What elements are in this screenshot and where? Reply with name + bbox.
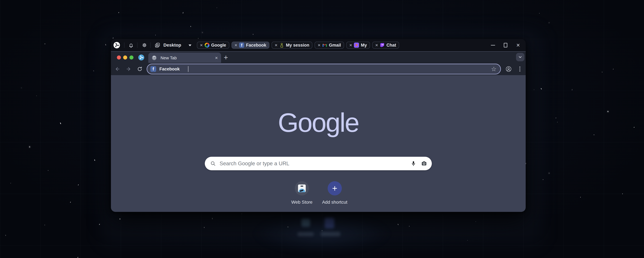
- browser-pinwheel-logo: [138, 55, 144, 60]
- app-pinwheel-logo: [114, 42, 120, 48]
- session-tab-label: Google: [211, 43, 226, 48]
- tab-close-icon[interactable]: ×: [215, 55, 218, 61]
- google-logo: Google: [111, 109, 526, 136]
- traffic-lights: [117, 52, 134, 63]
- session-tab-label: My: [361, 43, 367, 48]
- browser-toolbar: f Facebook ☆: [111, 63, 526, 75]
- session-tab-label: Chat: [386, 43, 396, 48]
- image-search-camera-icon[interactable]: [421, 161, 427, 166]
- session-tab-google[interactable]: × Google: [197, 42, 229, 49]
- close-icon[interactable]: ×: [234, 43, 238, 48]
- shortcut-label: Add shortcut: [322, 200, 347, 205]
- tab-list-chevron-button[interactable]: [516, 53, 524, 61]
- google-favicon: [205, 43, 210, 48]
- back-button[interactable]: [114, 66, 120, 72]
- ghost-add-shortcut-icon: [324, 218, 334, 228]
- traffic-minimize-button[interactable]: [123, 55, 127, 60]
- gmail-favicon: [322, 43, 327, 48]
- session-tab-label: My session: [286, 43, 310, 48]
- web-store-icon: [295, 181, 309, 195]
- titlebar-divider: [137, 42, 138, 48]
- titlebar-divider: [124, 42, 124, 48]
- close-icon[interactable]: ×: [275, 43, 278, 48]
- traffic-close-button[interactable]: [117, 55, 121, 60]
- browser-tab-new-tab[interactable]: New Tab ×: [148, 53, 221, 63]
- browser-tabstrip: New Tab × +: [111, 51, 526, 63]
- add-shortcut-button[interactable]: + Add shortcut: [320, 181, 349, 205]
- session-switcher[interactable]: Desktop: [164, 39, 181, 51]
- web-store-shortcut[interactable]: Web Store: [288, 181, 316, 205]
- person-icon: [279, 43, 284, 48]
- google-search-bar[interactable]: [205, 157, 432, 170]
- address-bar[interactable]: f Facebook ☆: [147, 64, 501, 74]
- session-tab-my-session[interactable]: × My session: [272, 42, 312, 49]
- session-tab-row: × Google × f Facebook × My session: [197, 42, 399, 49]
- close-icon[interactable]: ×: [318, 43, 320, 48]
- twitch-favicon: [380, 43, 385, 48]
- settings-gear-icon[interactable]: [142, 43, 147, 48]
- browser-session-window: Desktop × Google × f Facebook ×: [111, 39, 526, 212]
- forward-button[interactable]: [126, 66, 132, 72]
- window-close-button[interactable]: ×: [515, 42, 521, 48]
- new-tab-page: Google: [111, 75, 526, 212]
- close-icon[interactable]: ×: [349, 43, 352, 48]
- session-tab-facebook[interactable]: × f Facebook: [232, 42, 270, 49]
- session-titlebar: Desktop × Google × f Facebook ×: [111, 39, 526, 51]
- browser-menu-kebab-icon[interactable]: [518, 65, 522, 73]
- address-bar-text: Facebook: [160, 67, 180, 72]
- close-icon[interactable]: ×: [375, 43, 378, 48]
- titlebar-divider: [150, 42, 150, 48]
- browser-tab-title: New Tab: [160, 55, 215, 60]
- plus-icon: +: [328, 181, 342, 195]
- search-input[interactable]: [220, 161, 410, 167]
- chevron-down-icon[interactable]: [188, 45, 192, 46]
- session-tab-label: Facebook: [246, 43, 266, 48]
- text-cursor: [188, 66, 188, 72]
- maximize-button[interactable]: [503, 42, 508, 48]
- shortcut-label: Web Store: [291, 200, 312, 205]
- chrome-favicon: [152, 55, 157, 60]
- ghost-webstore-label: [298, 232, 314, 236]
- new-tab-button[interactable]: +: [222, 52, 230, 63]
- window-controls: ×: [490, 39, 521, 51]
- session-tab-gmail[interactable]: × Gmail: [314, 42, 344, 49]
- ghost-add-shortcut-label: [321, 232, 340, 236]
- notifications-bell-icon[interactable]: [128, 43, 134, 48]
- bookmark-star-icon[interactable]: ☆: [491, 66, 496, 72]
- minimize-button[interactable]: [490, 42, 496, 48]
- session-tab-my[interactable]: × ♥ My: [346, 42, 370, 49]
- shortcut-row: Web Store + Add shortcut: [111, 181, 526, 205]
- session-tab-chat[interactable]: × Chat: [372, 42, 399, 49]
- close-icon[interactable]: ×: [200, 43, 203, 48]
- ghost-webstore-icon: [302, 219, 310, 227]
- facebook-favicon: f: [239, 43, 244, 48]
- traffic-zoom-button[interactable]: [130, 55, 134, 60]
- chevron-down-icon: [518, 55, 522, 59]
- desktop-sessions-icon: [155, 42, 160, 48]
- desktop-stage: Desktop × Google × f Facebook ×: [0, 0, 644, 258]
- search-icon: [210, 161, 216, 166]
- profile-avatar-icon[interactable]: [506, 66, 512, 72]
- voice-search-mic-icon[interactable]: [410, 161, 416, 166]
- session-tab-label: Gmail: [329, 43, 341, 48]
- facebook-site-icon: f: [150, 66, 156, 72]
- heart-favicon: ♥: [354, 43, 359, 48]
- reload-button[interactable]: [137, 66, 142, 72]
